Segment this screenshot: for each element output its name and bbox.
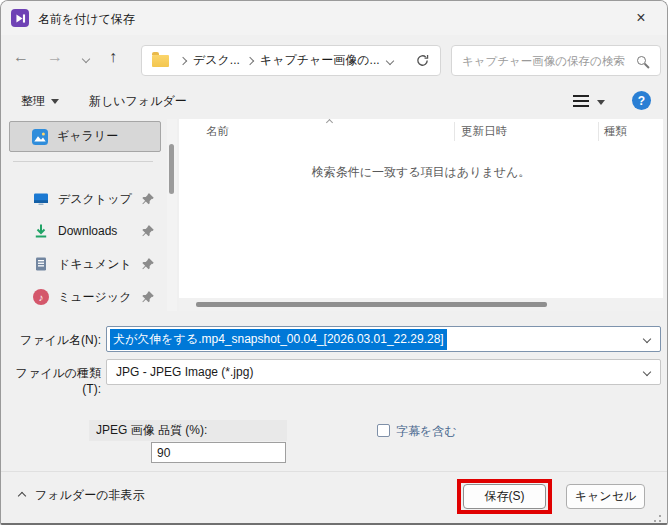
gallery-icon: [32, 129, 48, 145]
title-bar: 名前を付けて保存 ×: [1, 1, 667, 35]
refresh-icon[interactable]: [415, 53, 430, 68]
column-divider[interactable]: [454, 122, 455, 141]
close-icon[interactable]: ×: [625, 7, 657, 29]
organize-label: 整理: [21, 93, 45, 110]
hide-folders-chevron-icon[interactable]: [18, 492, 26, 500]
up-button[interactable]: ↑: [109, 49, 117, 65]
new-folder-label: 新しいフォルダー: [89, 93, 187, 110]
filetype-combobox[interactable]: JPG - JPEG Image (*.jpg): [106, 359, 661, 385]
search-input[interactable]: [452, 55, 637, 67]
breadcrumb-desktop[interactable]: デスク...: [189, 52, 244, 69]
sidebar-item-label: ドキュメント: [58, 256, 132, 273]
organize-chevron-icon: [51, 99, 59, 104]
column-header-name[interactable]: 名前: [206, 124, 229, 139]
search-box: [451, 45, 661, 76]
back-button[interactable]: ←: [13, 49, 29, 65]
app-icon: [11, 9, 29, 27]
pin-icon: [141, 290, 155, 304]
filename-label: ファイル名(N):: [1, 332, 101, 349]
filetype-label: ファイルの種類(T):: [1, 365, 101, 396]
sort-ascending-icon: [326, 119, 333, 126]
forward-button[interactable]: →: [47, 49, 63, 65]
search-icon[interactable]: [637, 56, 646, 65]
organize-button[interactable]: 整理: [21, 93, 59, 110]
filename-dropdown-chevron-icon[interactable]: [643, 335, 651, 343]
skip-next-icon: [14, 12, 27, 25]
sidebar-item-label: ギャラリー: [57, 128, 118, 145]
horizontal-scrollbar-thumb[interactable]: [196, 302, 547, 307]
save-button[interactable]: 保存(S): [463, 484, 546, 509]
breadcrumb-chevron-icon: [246, 56, 254, 64]
sidebar-divider: [13, 161, 153, 162]
subtitles-label[interactable]: 字幕を含む: [396, 423, 457, 440]
address-dropdown-chevron-icon[interactable]: [386, 56, 394, 64]
view-options-chevron-icon[interactable]: [597, 100, 605, 105]
recent-locations-chevron-icon[interactable]: [82, 55, 90, 63]
view-options-icon[interactable]: [573, 95, 589, 107]
sidebar-item-desktop[interactable]: デスクトップ: [1, 187, 167, 211]
sidebar-scrollbar[interactable]: [167, 119, 177, 311]
sidebar-item-label: ミュージック: [58, 289, 131, 306]
help-button[interactable]: ?: [632, 91, 651, 110]
sidebar-scrollbar-thumb[interactable]: [169, 144, 174, 194]
jpeg-quality-input[interactable]: [151, 442, 286, 463]
breadcrumb-chevron-icon: [179, 56, 187, 64]
save-as-dialog: 名前を付けて保存 × ← → ↑ デスク... キャプチャー画像の... 整理 …: [0, 0, 668, 525]
breadcrumb-capture-folder[interactable]: キャプチャー画像の...: [256, 52, 384, 69]
filename-value[interactable]: 犬が欠伸をする.mp4_snapshot_00.04_[2026.03.01_2…: [110, 329, 447, 350]
column-divider[interactable]: [598, 122, 599, 141]
document-icon: [33, 256, 49, 272]
pin-icon: [141, 192, 155, 206]
downloads-icon: [33, 223, 49, 239]
navigation-pane: ギャラリー デスクトップ Downloads: [1, 119, 167, 311]
sidebar-item-label: デスクトップ: [58, 191, 132, 208]
jpeg-quality-label: JPEG 画像 品質 (%):: [89, 420, 287, 441]
file-list: 名前 更新日時 種類 検索条件に一致する項目はありません。: [179, 119, 663, 311]
cancel-button[interactable]: キャンセル: [566, 484, 645, 509]
sidebar-item-music[interactable]: ♪ ミュージック: [1, 285, 167, 309]
footer-divider: [1, 471, 667, 472]
resize-grip[interactable]: [659, 515, 661, 517]
horizontal-scrollbar[interactable]: [179, 298, 663, 311]
address-bar[interactable]: デスク... キャプチャー画像の...: [141, 45, 441, 76]
sidebar-item-downloads[interactable]: Downloads: [1, 219, 167, 243]
hide-folders-button[interactable]: フォルダーの非表示: [35, 487, 144, 504]
filetype-value: JPG - JPEG Image (*.jpg): [116, 365, 253, 379]
subtitles-checkbox[interactable]: [377, 424, 390, 437]
pin-icon: [141, 257, 155, 271]
pin-icon: [141, 224, 155, 238]
sidebar-item-label: Downloads: [58, 224, 117, 238]
sidebar-item-gallery[interactable]: ギャラリー: [9, 121, 161, 152]
new-folder-button[interactable]: 新しいフォルダー: [89, 93, 187, 110]
filename-combobox[interactable]: 犬が欠伸をする.mp4_snapshot_00.04_[2026.03.01_2…: [106, 326, 661, 352]
folder-icon: [152, 55, 169, 67]
column-header-modified[interactable]: 更新日時: [461, 124, 507, 139]
column-header-type[interactable]: 種類: [604, 124, 627, 139]
filetype-dropdown-chevron-icon[interactable]: [643, 368, 651, 376]
empty-folder-message: 検索条件に一致する項目はありません。: [179, 164, 663, 181]
sidebar-item-documents[interactable]: ドキュメント: [1, 252, 167, 276]
window-title: 名前を付けて保存: [38, 11, 135, 28]
music-icon: ♪: [33, 289, 49, 305]
desktop-icon: [33, 191, 49, 207]
